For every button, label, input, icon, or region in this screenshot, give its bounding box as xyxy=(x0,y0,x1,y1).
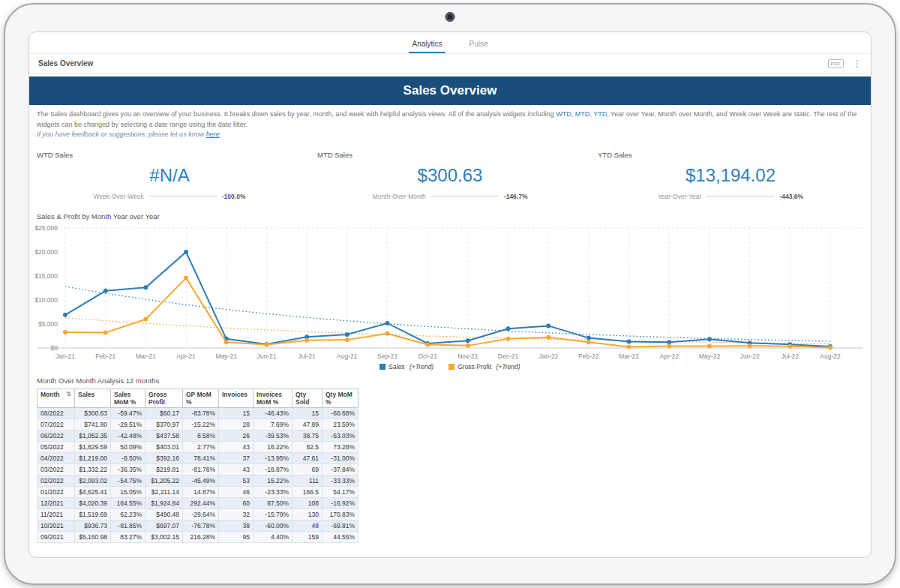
table-cell: -16.92% xyxy=(322,497,358,508)
column-header[interactable]: Sales xyxy=(75,388,111,407)
kpi-ytd-sales: YTD Sales $13,194.02 Year-Over-Year -443… xyxy=(590,146,871,200)
tab-pulse[interactable]: Pulse xyxy=(466,35,491,53)
table-row[interactable]: 05/2022$1,829.5950.09%$403.012.77%4316.2… xyxy=(38,441,358,452)
svg-text:Jul-21: Jul-21 xyxy=(298,352,316,360)
table-cell: 4.40% xyxy=(254,531,292,542)
table-cell: 16.22% xyxy=(254,441,292,452)
kpi-value: $300.63 xyxy=(317,165,583,186)
svg-text:Mar-22: Mar-22 xyxy=(619,352,639,360)
table-cell: 01/2022 xyxy=(38,486,75,497)
table-cell: -15.79% xyxy=(254,508,292,520)
svg-text:Oct-21: Oct-21 xyxy=(418,352,437,360)
table-row[interactable]: 04/2022$1,219.00-8.50%$392.1678.41%37-13… xyxy=(38,452,358,464)
export-pdf-icon[interactable]: PDF xyxy=(828,59,844,68)
table-cell: 108 xyxy=(292,497,322,508)
svg-text:Apr-21: Apr-21 xyxy=(176,352,196,360)
table-cell: 26 xyxy=(219,430,254,441)
column-header[interactable]: Month⇅ xyxy=(38,388,75,407)
sort-icon[interactable]: ⇅ xyxy=(66,391,71,398)
table-cell: 23.59% xyxy=(322,418,358,430)
table-cell: $697.07 xyxy=(146,520,183,531)
table-cell: 53 xyxy=(219,475,254,486)
mom-table-head-row: Month⇅SalesSales MoM %Gross ProfitGP MoM… xyxy=(38,388,358,407)
column-header[interactable]: Invoices MoM % xyxy=(254,388,292,407)
kpi-mtd-sales: MTD Sales $300.63 Month-Over-Month -146.… xyxy=(310,146,590,200)
table-cell: 62.23% xyxy=(111,508,146,520)
table-cell: -15.22% xyxy=(183,418,219,430)
kpi-compare-label: Year-Over-Year xyxy=(658,193,701,200)
tablet-frame: Analytics Pulse Sales Overview PDF ⋮ Sal… xyxy=(4,3,896,585)
kpi-value: #N/A xyxy=(37,165,302,186)
table-row[interactable]: 12/2021$4,020.39164.55%$1,924.84292.44%6… xyxy=(38,497,358,508)
table-row[interactable]: 08/2022$300.63-59.47%$60.17-83.78%15-46.… xyxy=(38,407,358,418)
table-cell: -42.48% xyxy=(111,430,146,441)
table-cell: -29.64% xyxy=(183,508,219,520)
page-title: Sales Overview xyxy=(404,83,497,98)
svg-text:Mar-21: Mar-21 xyxy=(136,352,156,360)
table-cell: 82.5 xyxy=(292,441,322,452)
app-window: Analytics Pulse Sales Overview PDF ⋮ Sal… xyxy=(28,32,872,558)
table-cell: 43 xyxy=(219,464,254,475)
table-row[interactable]: 06/2022$1,052.35-42.48%$437.588.58%26-39… xyxy=(38,430,358,441)
table-cell: $3,002.15 xyxy=(146,531,183,542)
table-cell: -81.76% xyxy=(183,464,219,475)
legend-suffix: (+Trend) xyxy=(496,363,520,370)
column-header[interactable]: GP MoM % xyxy=(183,388,219,407)
table-cell: 216.28% xyxy=(183,531,219,542)
table-row[interactable]: 01/2022$4,625.4115.05%$2,211.1414.87%46-… xyxy=(38,486,358,497)
table-cell: -68.68% xyxy=(322,407,358,418)
table-cell: $370.97 xyxy=(146,418,183,430)
svg-text:Feb-21: Feb-21 xyxy=(95,352,116,360)
svg-text:Jan-22: Jan-22 xyxy=(538,352,558,360)
table-cell: 164.55% xyxy=(111,497,146,508)
table-cell: 60 xyxy=(219,497,254,508)
table-row[interactable]: 07/2022$741.80-29.51%$370.97-15.22%287.6… xyxy=(38,418,358,430)
svg-text:Dec-21: Dec-21 xyxy=(498,352,519,360)
table-cell: 8.58% xyxy=(183,430,219,441)
table-row[interactable]: 10/2021$936.73-81.85%$697.07-76.78%38-60… xyxy=(38,520,358,531)
column-header[interactable]: Qty Sold xyxy=(292,388,322,407)
feedback-link[interactable]: here xyxy=(206,130,220,138)
svg-text:Aug-21: Aug-21 xyxy=(337,352,358,360)
kpi-divider-line xyxy=(706,196,774,196)
legend-item[interactable]: Sales (+Trend) xyxy=(380,363,434,370)
legend-item[interactable]: Gross Profit (+Trend) xyxy=(448,363,520,370)
column-header[interactable]: Gross Profit xyxy=(146,388,183,407)
kebab-menu-icon[interactable]: ⋮ xyxy=(853,59,862,68)
table-cell: 15 xyxy=(292,407,322,418)
table-cell: -36.35% xyxy=(111,464,146,475)
column-header[interactable]: Qty MoM % xyxy=(322,388,358,407)
table-cell: $1,205.22 xyxy=(146,475,183,486)
column-header-label: GP MoM % xyxy=(186,391,212,406)
table-cell: 130 xyxy=(292,508,322,520)
column-header[interactable]: Sales MoM % xyxy=(111,388,146,407)
table-cell: 54.17% xyxy=(322,486,358,497)
svg-text:May-22: May-22 xyxy=(699,352,721,360)
table-title: Month Over Month Analysis 12 months xyxy=(29,376,871,385)
top-tab-bar: Analytics Pulse xyxy=(29,32,871,54)
table-cell: 28 xyxy=(219,418,254,430)
table-row[interactable]: 09/2021$5,160.9883.27%$3,002.15216.28%95… xyxy=(38,531,358,542)
tab-analytics[interactable]: Analytics xyxy=(409,35,445,53)
table-row[interactable]: 11/2021$1,519.6962.23%$490.48-29.64%32-1… xyxy=(38,508,358,520)
chart-container: $0$5,000$10,000$15,000$20,000$25,000Jan-… xyxy=(29,220,871,370)
chart-title: Sales & Profit by Month Year over Year xyxy=(29,212,871,220)
feedback-text: If you have feedback or suggestions, ple… xyxy=(37,130,206,138)
table-cell: 07/2022 xyxy=(38,418,75,430)
table-cell: -29.51% xyxy=(111,418,146,430)
table-cell: 83.27% xyxy=(111,531,146,542)
table-cell: -31.00% xyxy=(322,452,358,464)
table-cell: $219.81 xyxy=(146,464,183,475)
kpi-compare-label: Month-Over-Month xyxy=(372,193,425,200)
table-cell: $4,020.39 xyxy=(75,497,111,508)
table-cell: -8.50% xyxy=(111,452,146,464)
table-cell: -76.78% xyxy=(183,520,219,531)
table-cell: -23.33% xyxy=(254,486,292,497)
column-header-label: Invoices xyxy=(222,391,248,398)
table-row[interactable]: 03/2022$1,332.22-36.35%$219.81-81.76%43-… xyxy=(38,464,358,475)
table-row[interactable]: 02/2022$2,093.02-54.75%$1,205.22-45.49%5… xyxy=(38,475,358,486)
column-header[interactable]: Invoices xyxy=(219,388,254,407)
breadcrumb[interactable]: Sales Overview xyxy=(38,59,93,68)
table-cell: 73.28% xyxy=(322,441,358,452)
table-cell: $1,829.59 xyxy=(75,441,111,452)
